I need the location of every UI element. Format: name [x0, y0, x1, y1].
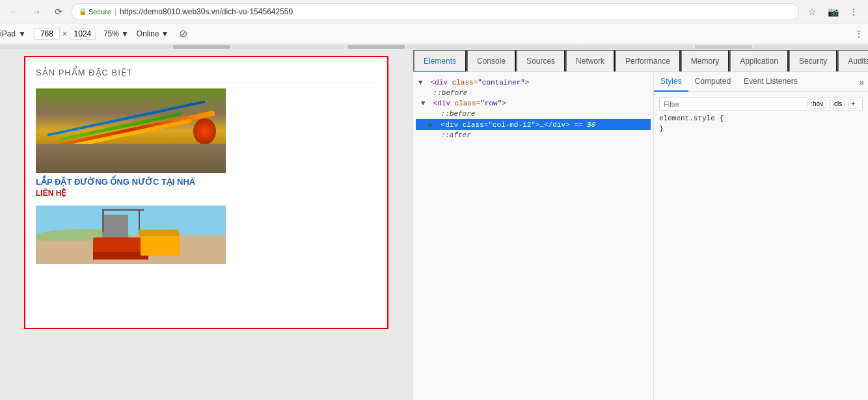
styles-tab-styles[interactable]: Styles	[654, 72, 688, 92]
forward-button[interactable]: →	[27, 3, 46, 21]
url-text: https://demo8010.web30s.vn/dich-vu-15456…	[120, 7, 293, 16]
url-separator: |	[115, 7, 116, 16]
devtools-region: Elements Console Sources Network Perform…	[413, 49, 868, 400]
nav-bar: ← → ⟳ 🔒 Secure | https://demo8010.web30s…	[0, 0, 868, 23]
network-select[interactable]: Online ▼	[137, 29, 169, 38]
pipeline-image-bg	[36, 88, 226, 173]
element-style-rule: element.style {	[659, 114, 863, 122]
network-status: Online	[137, 29, 159, 38]
device-chevron-icon: ▼	[18, 29, 26, 38]
styles-tab-event-listeners[interactable]: Event Listeners	[737, 72, 804, 92]
devtools-extra-button[interactable]: ⋮	[850, 25, 868, 43]
dims-cross: ×	[62, 29, 67, 38]
menu-button[interactable]: ⋮	[845, 3, 863, 21]
tab-security[interactable]: Security	[789, 49, 837, 72]
product-item-2	[36, 206, 377, 264]
bookmark-button[interactable]: ☆	[803, 3, 821, 21]
element-style-close: }	[659, 125, 863, 133]
devtools-inner: ▼ <div class="container"> ::before ▼ <di…	[413, 72, 868, 400]
tab-elements[interactable]: Elements	[413, 49, 467, 72]
section-title: SẢN PHẨM ĐẶC BIỆT	[36, 68, 377, 83]
tab-performance[interactable]: Performance	[615, 49, 681, 72]
construction-image-bg	[36, 206, 226, 264]
device-toolbar: iPad ▼ × 75% ▼ Online ▼ ⊘ ⋮	[0, 23, 868, 44]
html-line-4[interactable]: ::before	[416, 109, 651, 119]
filter-hov-button[interactable]: :hov	[807, 99, 826, 109]
tab-audits[interactable]: Audits	[837, 49, 868, 72]
styles-tab-more[interactable]: »	[855, 72, 868, 91]
height-input[interactable]	[70, 28, 96, 40]
address-bar[interactable]: 🔒 Secure | https://demo8010.web30s.vn/di…	[72, 3, 799, 20]
filter-add-button[interactable]: +	[848, 99, 858, 109]
product-image-2	[36, 206, 226, 264]
rotate-button[interactable]: ⊘	[176, 27, 189, 40]
tab-console[interactable]: Console	[467, 49, 516, 72]
html-line-3[interactable]: ▼ <div class="row">	[416, 98, 651, 109]
html-tree: ▼ <div class="container"> ::before ▼ <di…	[413, 72, 653, 400]
tab-memory[interactable]: Memory	[681, 49, 729, 72]
filter-cls-button[interactable]: .cls	[829, 99, 845, 109]
main-area: SẢN PHẨM ĐẶC BIỆT LẮP ĐẶT	[0, 49, 868, 400]
zoom-chevron-icon: ▼	[121, 29, 129, 38]
width-input[interactable]	[34, 28, 60, 40]
device-name: iPad	[0, 29, 16, 38]
viewport: SẢN PHẨM ĐẶC BIỆT LẮP ĐẶT	[0, 49, 413, 400]
expand-arrow-1: ▼	[418, 79, 426, 87]
product-image-1	[36, 88, 226, 173]
device-select[interactable]: iPad ▼	[0, 29, 26, 38]
filter-input[interactable]	[664, 100, 807, 108]
lock-icon: 🔒	[79, 8, 87, 15]
html-line-1[interactable]: ▼ <div class="container">	[416, 77, 651, 88]
styles-tab-bar: Styles Computed Event Listeners »	[654, 72, 868, 92]
devtools-tab-bar: Elements Console Sources Network Perform…	[413, 49, 868, 72]
screenshot-button[interactable]: 📷	[824, 3, 842, 21]
zoom-select[interactable]: 75% ▼	[103, 29, 129, 38]
styles-tab-computed[interactable]: Computed	[688, 72, 737, 92]
html-line-5[interactable]: ▶ <div class="col-md-12">…</div> == $0	[416, 119, 651, 130]
product-item-1: LẮP ĐẶT ĐƯỜNG ỐNG NƯỚC TẠI NHÀ LIÊN HỆ	[36, 88, 377, 198]
network-chevron-icon: ▼	[161, 29, 169, 38]
html-panel: ▼ <div class="container"> ::before ▼ <di…	[413, 72, 654, 400]
webpage-content: SẢN PHẨM ĐẶC BIỆT LẮP ĐẶT	[24, 56, 388, 329]
back-button[interactable]: ←	[5, 3, 23, 21]
filter-bar: :hov .cls +	[659, 97, 863, 111]
tab-network[interactable]: Network	[565, 49, 615, 72]
zoom-level: 75%	[103, 29, 119, 38]
styles-content: :hov .cls + element.style { }	[654, 92, 868, 400]
tab-sources[interactable]: Sources	[516, 49, 565, 72]
nav-actions: ☆ 📷 ⋮	[803, 3, 863, 21]
html-line-6[interactable]: ::after	[416, 130, 651, 140]
device-dimensions: ×	[34, 28, 96, 40]
styles-panel: Styles Computed Event Listeners » :hov .…	[654, 72, 868, 400]
tab-application[interactable]: Application	[729, 49, 789, 72]
html-line-2[interactable]: ::before	[416, 88, 651, 98]
secure-label: Secure	[88, 8, 111, 16]
product-1-title[interactable]: LẮP ĐẶT ĐƯỜNG ỐNG NƯỚC TẠI NHÀ	[36, 177, 377, 187]
scroll-indicator	[0, 44, 868, 49]
filter-actions: :hov .cls +	[807, 99, 858, 109]
reload-button[interactable]: ⟳	[49, 3, 68, 21]
product-1-subtitle[interactable]: LIÊN HỆ	[36, 189, 377, 198]
secure-badge: 🔒 Secure	[79, 8, 111, 16]
